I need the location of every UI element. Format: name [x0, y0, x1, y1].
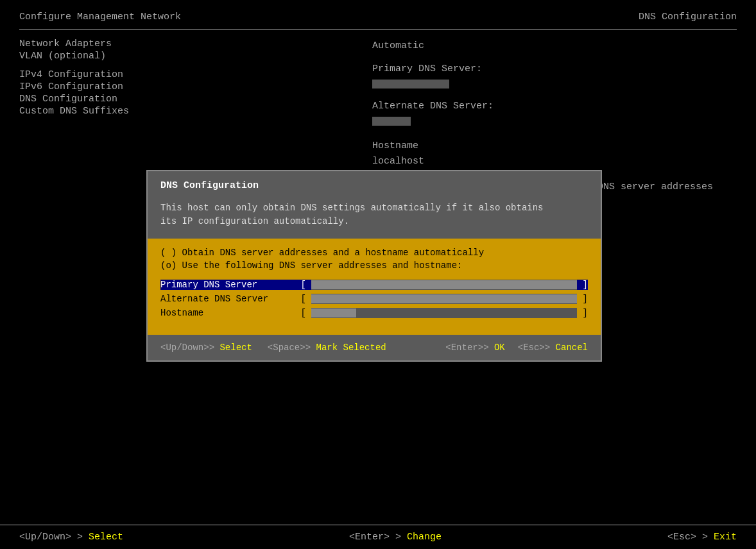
modal-header: DNS Configuration	[148, 171, 601, 198]
top-bar: Configure Management Network DNS Configu…	[19, 12, 737, 30]
primary-dns-label: Primary DNS Server:	[372, 62, 743, 77]
modal-description: This host can only obtain DNS settings a…	[148, 198, 601, 239]
primary-dns-input[interactable]	[311, 280, 577, 290]
enter-key: <Enter>	[445, 342, 483, 353]
sidebar-item-vlan[interactable]: VLAN (optional)	[19, 51, 186, 62]
esc-key: <Esc>	[518, 342, 545, 353]
field-row-alt-dns[interactable]: Alternate DNS Server [ ]	[160, 294, 588, 304]
bottom-updown-action: Select	[89, 532, 123, 543]
auto-label: Automatic	[372, 38, 743, 54]
hostname-input[interactable]	[311, 308, 577, 318]
updown-key: <Up/Down>	[160, 342, 209, 353]
bottom-right: <Esc> > Exit	[667, 532, 737, 543]
hostname-label: Hostname	[372, 139, 743, 154]
sidebar-item-ipv6[interactable]: IPv6 Configuration	[19, 81, 186, 92]
primary-dns-value-blurred	[372, 80, 449, 89]
bottom-updown-key: <Up/Down>	[19, 532, 71, 543]
bottom-bar: <Up/Down> > Select <Enter> > Change <Esc…	[0, 525, 756, 549]
main-screen: Configure Management Network DNS Configu…	[0, 0, 756, 549]
modal-desc-line1: This host can only obtain DNS settings a…	[160, 203, 544, 213]
field-row-hostname[interactable]: Hostname [ ]	[160, 308, 588, 318]
bottom-enter-action: Change	[407, 532, 442, 543]
primary-dns-field-label: Primary DNS Server	[160, 280, 295, 290]
hostname-field-label: Hostname	[160, 308, 295, 318]
alt-dns-label: Alternate DNS Server:	[372, 99, 743, 114]
bottom-center: <Enter> > Change	[349, 532, 442, 543]
updown-action: Select	[219, 342, 252, 353]
modal-title: DNS Configuration	[160, 180, 259, 191]
bottom-esc-key: <Esc>	[667, 532, 696, 543]
space-key: <Space>	[268, 342, 305, 353]
window-title-right: DNS Configuration	[639, 12, 737, 22]
dns-config-modal: DNS Configuration This host can only obt…	[146, 170, 602, 362]
esc-action: Cancel	[556, 342, 588, 353]
bottom-esc-action: Exit	[714, 532, 737, 543]
modal-shortcuts: <Up/Down> > Select <Space> > Mark Select…	[148, 335, 601, 360]
window-title-left: Configure Management Network	[19, 12, 181, 22]
hostname-value: localhost	[372, 154, 743, 169]
sidebar-item-ipv4[interactable]: IPv4 Configuration	[19, 69, 186, 80]
sidebar: Network Adapters VLAN (optional) IPv4 Co…	[19, 38, 186, 118]
radio-manual[interactable]: (o) Use the following DNS server address…	[160, 260, 588, 271]
alt-dns-field-label: Alternate DNS Server	[160, 294, 295, 304]
bottom-left: <Up/Down> > Select	[19, 532, 123, 543]
sidebar-item-custom-dns[interactable]: Custom DNS Suffixes	[19, 106, 186, 117]
field-rows: Primary DNS Server [ ] Alternate DNS Ser…	[160, 280, 588, 318]
alt-dns-value-blurred	[372, 117, 411, 126]
radio-auto[interactable]: ( ) Obtain DNS server addresses and a ho…	[160, 248, 588, 258]
sidebar-item-dns[interactable]: DNS Configuration	[19, 94, 186, 105]
sidebar-item-network-adapters[interactable]: Network Adapters	[19, 38, 186, 49]
alt-dns-input[interactable]	[311, 294, 577, 304]
field-row-primary-dns[interactable]: Primary DNS Server [ ]	[160, 280, 588, 290]
enter-action: OK	[494, 342, 505, 353]
modal-yellow-section: ( ) Obtain DNS server addresses and a ho…	[148, 239, 601, 335]
bottom-enter-key: <Enter>	[349, 532, 390, 543]
modal-desc-line2: its IP configuration automatically.	[160, 216, 349, 226]
space-action: Mark Selected	[316, 342, 386, 353]
